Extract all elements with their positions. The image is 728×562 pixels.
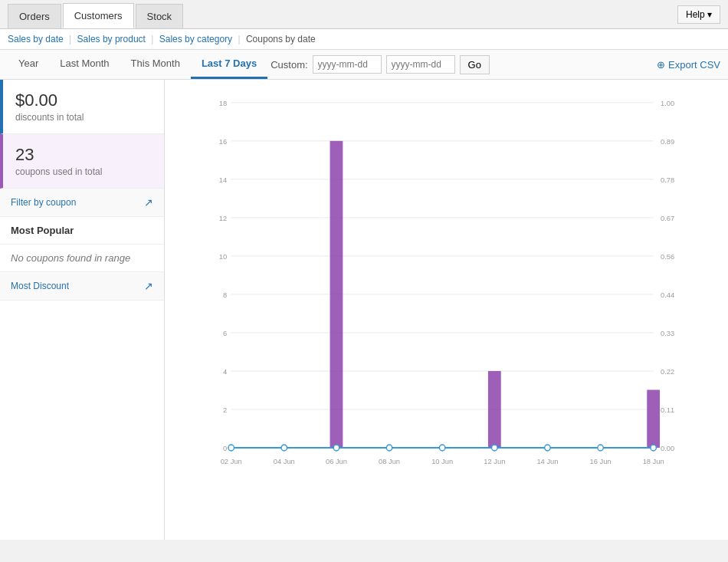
export-label: Export CSV (668, 59, 720, 71)
chart-area: 18 1.00 16 0.89 14 0.78 12 0.67 10 0.56 … (165, 80, 728, 540)
go-button[interactable]: Go (460, 55, 490, 74)
most-popular-section: Most Popular No coupons found in range (0, 217, 164, 272)
svg-text:16 Jun: 16 Jun (590, 456, 612, 465)
most-discount-label: Most Discount (11, 281, 69, 291)
main-content: $0.00 discounts in total 23 coupons used… (0, 80, 728, 540)
dot-02jun (228, 445, 234, 451)
svg-text:10: 10 (219, 252, 227, 261)
svg-text:0.89: 0.89 (661, 137, 674, 146)
separator-2: | (151, 34, 153, 44)
svg-text:14: 14 (219, 176, 228, 184)
svg-text:2: 2 (223, 406, 227, 414)
svg-text:18: 18 (219, 99, 227, 107)
chart-svg: 18 1.00 16 0.89 14 0.78 12 0.67 10 0.56 … (195, 95, 682, 486)
svg-text:14 Jun: 14 Jun (536, 456, 558, 465)
most-popular-item[interactable]: Most Popular (0, 217, 164, 245)
svg-text:18 Jun: 18 Jun (643, 456, 664, 465)
sub-nav: Sales by date | Sales by product | Sales… (0, 29, 728, 50)
svg-text:1.00: 1.00 (661, 99, 674, 107)
coupons-value: 23 (15, 145, 152, 165)
tab-orders[interactable]: Orders (8, 4, 61, 28)
svg-text:0.78: 0.78 (661, 176, 674, 184)
discounts-label: discounts in total (15, 112, 152, 123)
time-nav: Year Last Month This Month Last 7 Days C… (0, 50, 728, 80)
svg-text:0: 0 (223, 444, 227, 452)
svg-text:4: 4 (223, 367, 228, 376)
bar-12jun (488, 371, 501, 448)
svg-text:06 Jun: 06 Jun (326, 456, 347, 465)
dot-18jun (651, 445, 656, 451)
bar-18jun (647, 389, 660, 448)
time-tab-last-month[interactable]: Last Month (49, 50, 120, 79)
separator-3: | (238, 34, 240, 44)
sub-nav-sales-by-category[interactable]: Sales by category (159, 34, 232, 44)
svg-text:0.11: 0.11 (661, 406, 674, 414)
export-csv-button[interactable]: ⊕ Export CSV (657, 59, 720, 71)
dot-04jun (281, 445, 287, 451)
filter-coupon-expand-icon: ↗ (144, 196, 153, 209)
time-tab-this-month[interactable]: This Month (120, 50, 191, 79)
custom-label: Custom: (271, 59, 307, 71)
svg-text:10 Jun: 10 Jun (431, 456, 453, 465)
top-bar: Orders Customers Stock Help ▾ (0, 0, 728, 29)
custom-area: Custom: Go (271, 55, 490, 74)
svg-text:02 Jun: 02 Jun (221, 456, 242, 465)
filter-coupon-label: Filter by coupon (11, 197, 76, 208)
svg-text:0.00: 0.00 (661, 444, 674, 452)
svg-text:8: 8 (223, 291, 227, 299)
sidebar: $0.00 discounts in total 23 coupons used… (0, 80, 165, 540)
dot-16jun (598, 445, 603, 451)
svg-text:6: 6 (223, 329, 227, 337)
most-discount-heading[interactable]: Most Discount ↗ (0, 272, 164, 301)
filter-coupon-section: Filter by coupon ↗ (0, 189, 164, 217)
dot-10jun (439, 445, 444, 451)
discounts-value: $0.00 (15, 90, 152, 110)
most-discount-section: Most Discount ↗ (0, 272, 164, 301)
sub-nav-sales-by-product[interactable]: Sales by product (77, 34, 146, 44)
dot-12jun (492, 445, 497, 451)
svg-text:12 Jun: 12 Jun (484, 456, 505, 465)
sub-nav-coupons-by-date: Coupons by date (246, 34, 316, 44)
time-tab-last-7-days[interactable]: Last 7 Days (191, 50, 267, 79)
filter-coupon-heading[interactable]: Filter by coupon ↗ (0, 189, 164, 217)
time-tab-year[interactable]: Year (8, 50, 49, 79)
svg-text:12: 12 (219, 214, 227, 222)
coupons-label: coupons used in total (15, 166, 152, 177)
custom-date-to[interactable] (386, 55, 455, 74)
svg-text:0.67: 0.67 (661, 214, 674, 222)
dot-06jun (333, 445, 339, 451)
dot-08jun (386, 445, 392, 451)
svg-text:0.22: 0.22 (661, 367, 674, 376)
sub-nav-sales-by-date[interactable]: Sales by date (8, 34, 64, 44)
separator-1: | (69, 34, 71, 44)
bar-06jun (330, 141, 343, 448)
export-icon: ⊕ (657, 59, 665, 71)
most-discount-expand-icon: ↗ (144, 280, 153, 292)
svg-text:04 Jun: 04 Jun (274, 456, 295, 465)
tab-stock[interactable]: Stock (136, 4, 184, 28)
svg-text:0.33: 0.33 (661, 329, 674, 337)
svg-text:0.56: 0.56 (661, 252, 674, 261)
dot-14jun (545, 445, 550, 451)
custom-date-from[interactable] (313, 55, 382, 74)
svg-text:0.44: 0.44 (661, 291, 675, 299)
help-button[interactable]: Help ▾ (677, 5, 720, 24)
chart-wrapper: 18 1.00 16 0.89 14 0.78 12 0.67 10 0.56 … (165, 87, 728, 524)
svg-text:08 Jun: 08 Jun (379, 456, 400, 465)
svg-text:16: 16 (219, 137, 227, 146)
discounts-stat: $0.00 discounts in total (0, 80, 164, 134)
tab-customers[interactable]: Customers (63, 3, 134, 28)
coupons-stat: 23 coupons used in total (0, 134, 164, 189)
no-coupons-item: No coupons found in range (0, 245, 164, 272)
